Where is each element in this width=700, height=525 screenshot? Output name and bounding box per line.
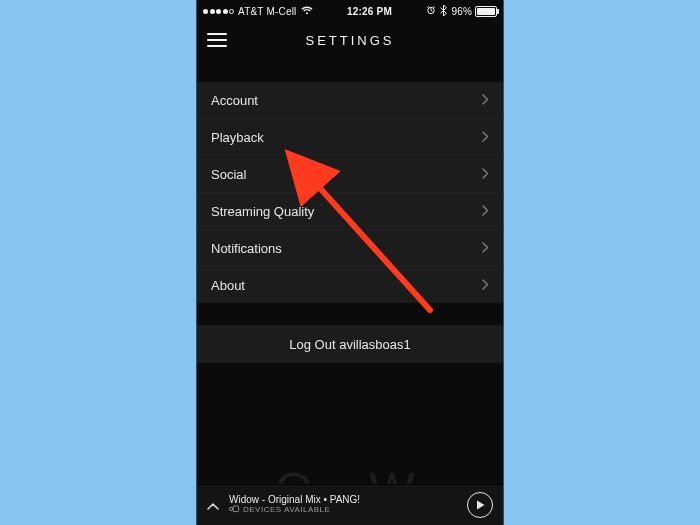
settings-row-notifications[interactable]: Notifications — [197, 230, 503, 267]
settings-row-streaming-quality[interactable]: Streaming Quality — [197, 193, 503, 230]
settings-row-playback[interactable]: Playback — [197, 119, 503, 156]
ios-status-bar: AT&T M-Cell 12:26 PM 96% — [197, 0, 503, 20]
settings-row-label: Notifications — [211, 241, 282, 256]
settings-row-label: About — [211, 278, 245, 293]
now-playing-title: Widow - Original Mix • PANG! — [229, 494, 457, 505]
svg-point-1 — [229, 507, 232, 510]
logout-label: Log Out avillasboas1 — [289, 337, 410, 352]
menu-icon[interactable] — [207, 33, 227, 47]
settings-row-about[interactable]: About — [197, 267, 503, 303]
now-playing-info: Widow - Original Mix • PANG! DEVICES AVA… — [229, 494, 457, 516]
page-title: SETTINGS — [305, 33, 394, 48]
chevron-up-icon[interactable] — [207, 496, 219, 514]
chevron-right-icon — [482, 241, 489, 256]
signal-strength-icon — [203, 9, 234, 14]
now-playing-bar[interactable]: Widow - Original Mix • PANG! DEVICES AVA… — [197, 484, 503, 525]
settings-row-social[interactable]: Social — [197, 156, 503, 193]
battery-icon — [475, 6, 497, 17]
settings-row-label: Playback — [211, 130, 264, 145]
phone-screen: AT&T M-Cell 12:26 PM 96% SETTINGS — [197, 0, 503, 525]
settings-row-label: Account — [211, 93, 258, 108]
carrier-label: AT&T M-Cell — [238, 6, 297, 17]
chevron-right-icon — [482, 130, 489, 145]
logout-button[interactable]: Log Out avillasboas1 — [197, 325, 503, 363]
settings-list: Account Playback Social Streaming Qualit… — [197, 82, 503, 303]
settings-row-label: Streaming Quality — [211, 204, 314, 219]
bluetooth-icon — [440, 5, 447, 18]
spotify-connect-icon — [229, 505, 239, 516]
devices-available-label: DEVICES AVAILABLE — [243, 506, 330, 515]
wifi-icon — [301, 6, 313, 17]
alarm-icon — [426, 5, 436, 17]
chevron-right-icon — [482, 204, 489, 219]
settings-row-label: Social — [211, 167, 246, 182]
battery-percentage: 96% — [451, 6, 472, 17]
settings-row-account[interactable]: Account — [197, 82, 503, 119]
status-clock: 12:26 PM — [347, 6, 392, 17]
app-header: SETTINGS — [197, 20, 503, 60]
chevron-right-icon — [482, 93, 489, 108]
play-button[interactable] — [467, 492, 493, 518]
svg-rect-2 — [233, 506, 238, 512]
chevron-right-icon — [482, 278, 489, 293]
chevron-right-icon — [482, 167, 489, 182]
